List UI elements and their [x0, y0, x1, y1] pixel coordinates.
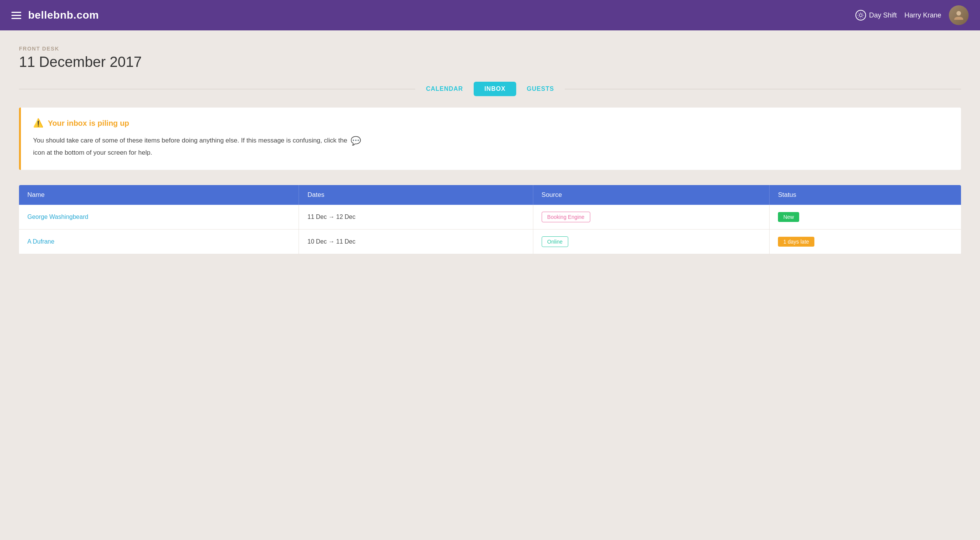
- section-label: FRONT DESK: [19, 46, 961, 52]
- svg-line-7: [858, 17, 859, 18]
- table-row: A Dufrane 10 Dec → 11 Dec Online 1 days …: [19, 229, 961, 254]
- col-name: Name: [19, 185, 299, 205]
- svg-line-8: [862, 13, 863, 13]
- row-2-status-badge: 1 days late: [778, 237, 815, 247]
- chat-icon: 💬: [351, 136, 361, 145]
- day-shift-label: Day Shift: [869, 11, 897, 19]
- row-1-status-badge: New: [778, 212, 799, 222]
- svg-line-4: [862, 17, 863, 18]
- svg-point-9: [956, 11, 961, 16]
- row-1-source-badge: Booking Engine: [542, 212, 590, 222]
- inbox-table: Name Dates Source Status George Washingb…: [19, 185, 961, 254]
- user-name: Harry Krane: [904, 11, 941, 19]
- page-date: 11 December 2017: [19, 54, 961, 70]
- row-2-name: A Dufrane: [19, 229, 299, 254]
- alert-body: You should take care of some of these it…: [33, 134, 949, 158]
- table-header: Name Dates Source Status: [19, 185, 961, 205]
- alert-body-text: You should take care of some of these it…: [33, 137, 347, 144]
- day-shift-icon: [856, 10, 866, 21]
- row-1-status: New: [770, 205, 961, 229]
- tab-line-right: [565, 89, 961, 89]
- hamburger-menu[interactable]: [11, 12, 21, 19]
- row-2-source: Online: [533, 229, 770, 254]
- tab-line-left: [19, 89, 415, 89]
- alert-body-suffix: icon at the bottom of your screen for he…: [33, 149, 152, 156]
- page-header: FRONT DESK 11 December 2017: [19, 46, 961, 70]
- svg-point-0: [859, 14, 862, 17]
- row-2-name-link[interactable]: A Dufrane: [27, 238, 54, 245]
- row-2-status: 1 days late: [770, 229, 961, 254]
- alert-box: ⚠️ Your inbox is piling up You should ta…: [19, 108, 961, 170]
- alert-title-text: Your inbox is piling up: [48, 119, 129, 128]
- row-1-name: George Washingbeard: [19, 205, 299, 229]
- alert-title: ⚠️ Your inbox is piling up: [33, 118, 949, 128]
- day-shift-toggle[interactable]: Day Shift: [856, 10, 897, 21]
- svg-line-3: [858, 13, 859, 13]
- site-title: bellebnb.com: [28, 9, 99, 21]
- row-1-source: Booking Engine: [533, 205, 770, 229]
- row-2-dates: 10 Dec → 11 Dec: [299, 229, 533, 254]
- col-status: Status: [770, 185, 961, 205]
- row-2-source-badge: Online: [542, 236, 568, 247]
- col-source: Source: [533, 185, 770, 205]
- row-1-dates: 11 Dec → 12 Dec: [299, 205, 533, 229]
- tab-calendar[interactable]: CALENDAR: [415, 82, 474, 96]
- table-header-row: Name Dates Source Status: [19, 185, 961, 205]
- header-right: Day Shift Harry Krane: [856, 5, 969, 25]
- col-dates: Dates: [299, 185, 533, 205]
- tab-inbox[interactable]: INBOX: [474, 82, 516, 96]
- app-header: bellebnb.com Day Shift Harry Krane: [0, 0, 980, 30]
- tabs-container: CALENDAR INBOX GUESTS: [19, 82, 961, 96]
- tab-guests[interactable]: GUESTS: [516, 82, 565, 96]
- row-1-name-link[interactable]: George Washingbeard: [27, 213, 88, 220]
- main-content: FRONT DESK 11 December 2017 CALENDAR INB…: [0, 30, 980, 269]
- table-row: George Washingbeard 11 Dec → 12 Dec Book…: [19, 205, 961, 229]
- alert-icon: ⚠️: [33, 118, 43, 128]
- tabs: CALENDAR INBOX GUESTS: [415, 82, 565, 96]
- avatar[interactable]: [949, 5, 969, 25]
- table-body: George Washingbeard 11 Dec → 12 Dec Book…: [19, 205, 961, 254]
- header-left: bellebnb.com: [11, 9, 99, 21]
